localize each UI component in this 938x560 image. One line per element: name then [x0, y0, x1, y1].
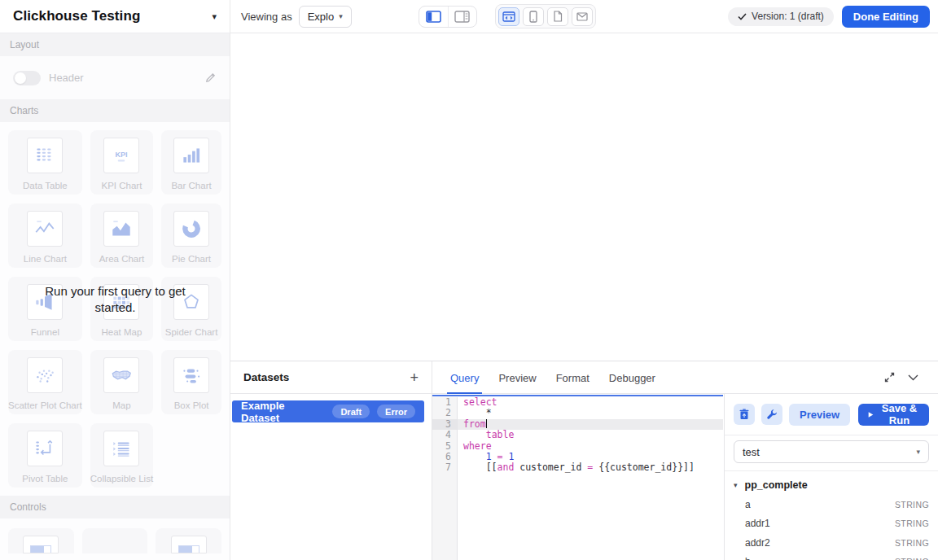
chart-type-pivot-table[interactable]: Pivot Table	[8, 423, 82, 488]
mobile-preview-button[interactable]	[523, 7, 544, 26]
code-text: from	[458, 419, 723, 430]
chart-type-pie-chart[interactable]: Pie Chart	[161, 203, 221, 268]
dashboard-canvas[interactable]	[231, 34, 938, 361]
datasets-title: Datasets	[243, 371, 289, 383]
code-text: table	[458, 430, 723, 440]
dataset-badge-draft: Draft	[332, 405, 370, 418]
header-toggle[interactable]	[13, 71, 41, 85]
schema-browser: ▾ pp_complete aSTRINGaddr1STRINGaddr2STR…	[725, 471, 938, 560]
chart-type-kpi-chart[interactable]: KPI KPI Chart	[90, 130, 153, 195]
chart-type-scatter-plot-chart[interactable]: Scatter Plot Chart	[8, 350, 82, 414]
schema-field-row[interactable]: addr1STRING	[734, 518, 929, 529]
expand-panel-icon[interactable]	[884, 372, 895, 383]
pivot-icon	[27, 431, 63, 466]
schema-field-row[interactable]: aSTRING	[734, 499, 929, 510]
control-tile[interactable]	[82, 528, 148, 553]
collapse-panel-chevron-icon[interactable]	[908, 374, 918, 381]
code-line-4[interactable]: 4 table	[432, 430, 723, 440]
header-toggle-label: Header	[49, 72, 84, 84]
code-line-3[interactable]: 3from	[432, 419, 723, 430]
chart-type-collapsible-list[interactable]: Collapsible List	[90, 423, 153, 488]
code-text: where	[458, 441, 723, 452]
header-toggle-row: Header	[0, 56, 230, 99]
schema-fields: aSTRINGaddr1STRINGaddr2STRINGbSTRING	[734, 499, 929, 560]
code-area[interactable]: 1select2 *3from4 table5where6 1 = 17 [[a…	[432, 397, 723, 560]
text-cursor	[486, 419, 488, 428]
dataset-list-item-selected[interactable]: Example Dataset DraftError	[232, 400, 424, 422]
gutter-filler	[432, 474, 458, 560]
line-number: 5	[432, 441, 458, 452]
code-line-2[interactable]: 2 *	[432, 408, 723, 418]
map-icon	[103, 357, 139, 393]
collapsible-icon	[103, 431, 139, 466]
sql-editor[interactable]: 1select2 *3from4 table5where6 1 = 17 [[a…	[432, 394, 723, 560]
query-settings-button[interactable]	[761, 404, 782, 425]
chart-type-map[interactable]: Map	[90, 350, 153, 414]
dashboard-title-caret-icon[interactable]: ▾	[212, 11, 217, 22]
tab-debugger[interactable]: Debugger	[609, 361, 655, 394]
chart-type-area-chart[interactable]: Area Chart	[90, 203, 153, 268]
done-editing-button[interactable]: Done Editing	[842, 6, 930, 28]
empty-state-message: Run your first query to get started.	[0, 283, 230, 316]
code-empty[interactable]	[458, 474, 723, 560]
chevron-down-icon: ▾	[916, 448, 920, 456]
chart-type-label: Pie Chart	[172, 254, 211, 265]
field-type: STRING	[895, 518, 929, 528]
code-line-5[interactable]: 5where	[432, 441, 723, 452]
chart-type-data-table[interactable]: Data Table	[8, 130, 82, 195]
browser-preview-button[interactable]	[498, 7, 519, 26]
query-tabs-row: QueryPreviewFormatDebugger	[432, 361, 938, 394]
viewing-as-label: Viewing as	[241, 11, 292, 23]
dataset-badges: DraftError	[325, 405, 415, 418]
chart-type-label: Data Table	[23, 181, 68, 191]
chart-type-line-chart[interactable]: Line Chart	[8, 203, 82, 268]
play-icon	[868, 410, 874, 419]
schema-field-row[interactable]: addr2STRING	[734, 537, 929, 549]
version-badge[interactable]: Version: 1 (draft)	[728, 7, 834, 26]
tab-query[interactable]: Query	[450, 361, 479, 394]
schema-field-row[interactable]: bSTRING	[734, 556, 929, 560]
field-type: STRING	[895, 557, 929, 560]
viewing-as-dropdown[interactable]: Explo ▾	[299, 6, 352, 28]
panel-right-layout-button[interactable]	[448, 7, 476, 27]
schema-select[interactable]: test ▾	[734, 440, 929, 463]
query-tabs: QueryPreviewFormatDebugger	[441, 361, 665, 393]
tab-preview[interactable]: Preview	[498, 361, 536, 394]
schema-table-header[interactable]: ▾ pp_complete	[734, 479, 929, 491]
code-text: 1 = 1	[458, 452, 723, 462]
section-layout: Layout	[0, 33, 230, 56]
save-and-run-button[interactable]: Save & Run	[858, 404, 929, 426]
revert-query-button[interactable]	[734, 404, 755, 425]
kpi-icon: KPI	[103, 138, 139, 173]
edit-pencil-icon[interactable]	[204, 72, 217, 84]
chart-type-label: Spider Chart	[165, 327, 218, 338]
add-dataset-button[interactable]: +	[410, 370, 419, 385]
device-preview-group	[495, 4, 596, 28]
control-tile[interactable]	[8, 528, 74, 553]
field-name: a	[745, 499, 751, 510]
section-charts: Charts	[0, 99, 230, 122]
email-preview-button[interactable]	[572, 7, 593, 26]
panel-left-layout-button[interactable]	[419, 7, 448, 27]
chart-type-bar-chart[interactable]: Bar Chart	[161, 130, 221, 195]
check-icon	[738, 13, 747, 20]
dashboard-title: Clickhouse Testing	[13, 8, 140, 24]
chart-type-label: KPI Chart	[102, 181, 142, 191]
code-line-7[interactable]: 7 [[and customer_id = {{customer_id}}]]	[432, 462, 723, 473]
field-type: STRING	[895, 500, 929, 510]
control-tile[interactable]	[156, 528, 221, 553]
pdf-preview-button[interactable]	[547, 7, 568, 26]
chart-type-label: Bar Chart	[171, 181, 211, 191]
schema-table-name: pp_complete	[745, 479, 808, 491]
code-line-6[interactable]: 6 1 = 1	[432, 452, 723, 462]
area-icon	[103, 211, 139, 247]
chart-type-box-plot[interactable]: Box Plot	[161, 350, 221, 414]
line-number: 6	[432, 452, 458, 462]
dashboard-title-row[interactable]: Clickhouse Testing ▾	[0, 0, 230, 33]
chart-type-label: Line Chart	[24, 254, 67, 265]
chevron-down-icon: ▾	[339, 12, 343, 20]
preview-query-button[interactable]: Preview	[789, 404, 850, 426]
tab-format[interactable]: Format	[556, 361, 590, 394]
field-name: b	[745, 556, 751, 560]
code-line-1[interactable]: 1select	[432, 397, 723, 408]
